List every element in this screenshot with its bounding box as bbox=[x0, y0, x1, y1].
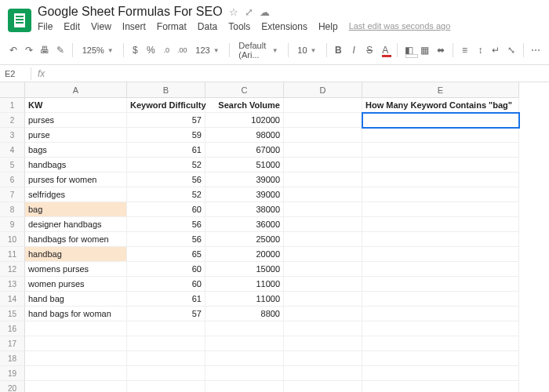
cell[interactable]: 56 bbox=[127, 232, 205, 247]
cell[interactable] bbox=[25, 321, 127, 336]
cell[interactable] bbox=[362, 202, 519, 217]
cell[interactable]: 57 bbox=[127, 307, 205, 321]
menu-data[interactable]: Data bbox=[198, 21, 217, 32]
cell[interactable] bbox=[362, 247, 519, 262]
cell[interactable]: hand bags for woman bbox=[25, 307, 127, 321]
row-header[interactable]: 7 bbox=[0, 187, 25, 202]
font-select[interactable]: Default (Ari...▼ bbox=[235, 39, 281, 61]
cell[interactable]: How Many Keyword Contains "bag" bbox=[362, 98, 519, 113]
cell[interactable] bbox=[205, 381, 284, 392]
column-header[interactable]: E bbox=[362, 82, 519, 98]
cell[interactable]: 36000 bbox=[205, 217, 284, 232]
move-icon[interactable]: ⤢ bbox=[245, 6, 253, 18]
cell[interactable]: 52 bbox=[127, 187, 205, 202]
menu-tools[interactable]: Tools bbox=[228, 21, 250, 32]
menu-edit[interactable]: Edit bbox=[64, 21, 80, 32]
cell[interactable]: 65 bbox=[127, 247, 205, 262]
cell[interactable] bbox=[362, 307, 519, 321]
cell[interactable] bbox=[284, 128, 362, 143]
cell[interactable]: selfridges bbox=[25, 187, 127, 202]
cell[interactable]: 56 bbox=[127, 172, 205, 187]
cell[interactable]: 67000 bbox=[205, 143, 284, 158]
menu-file[interactable]: File bbox=[38, 21, 53, 32]
cell[interactable] bbox=[362, 366, 519, 381]
cell[interactable] bbox=[362, 381, 519, 392]
cell[interactable]: 15000 bbox=[205, 262, 284, 277]
v-align-icon[interactable]: ↕ bbox=[475, 42, 486, 58]
sheets-logo[interactable] bbox=[8, 9, 31, 32]
cell[interactable]: purses for women bbox=[25, 172, 127, 187]
cell[interactable]: handbags for women bbox=[25, 232, 127, 247]
print-icon[interactable]: 🖶 bbox=[39, 42, 50, 58]
name-box[interactable]: E2 bbox=[0, 67, 31, 80]
rotate-icon[interactable]: ⤡ bbox=[506, 42, 517, 58]
doc-title[interactable]: Google Sheet Formulas For SEO bbox=[38, 5, 223, 19]
menu-help[interactable]: Help bbox=[318, 21, 338, 32]
column-header[interactable]: B bbox=[127, 82, 205, 98]
cell[interactable]: handbag bbox=[25, 247, 127, 262]
cell[interactable]: 51000 bbox=[205, 158, 284, 172]
cell[interactable] bbox=[284, 366, 362, 381]
cell[interactable] bbox=[25, 336, 127, 351]
row-header[interactable]: 14 bbox=[0, 292, 25, 307]
cell[interactable]: 25000 bbox=[205, 232, 284, 247]
column-header[interactable]: C bbox=[205, 82, 284, 98]
cell[interactable]: 11000 bbox=[205, 292, 284, 307]
cell[interactable] bbox=[284, 172, 362, 187]
cell[interactable]: 60 bbox=[127, 262, 205, 277]
cell[interactable]: 60 bbox=[127, 277, 205, 292]
cell[interactable] bbox=[362, 128, 519, 143]
menu-extensions[interactable]: Extensions bbox=[261, 21, 307, 32]
row-header[interactable]: 2 bbox=[0, 113, 25, 128]
cell[interactable]: bag bbox=[25, 202, 127, 217]
cell[interactable] bbox=[205, 321, 284, 336]
cell[interactable] bbox=[127, 321, 205, 336]
row-header[interactable]: 11 bbox=[0, 247, 25, 262]
cell[interactable]: 8800 bbox=[205, 307, 284, 321]
row-header[interactable]: 17 bbox=[0, 336, 25, 351]
currency-button[interactable]: $ bbox=[129, 42, 140, 58]
row-header[interactable]: 5 bbox=[0, 158, 25, 172]
cell[interactable]: 102000 bbox=[205, 113, 284, 128]
cell[interactable] bbox=[284, 381, 362, 392]
cell[interactable] bbox=[127, 366, 205, 381]
cell[interactable] bbox=[284, 217, 362, 232]
cell[interactable]: purses bbox=[25, 113, 127, 128]
cell[interactable] bbox=[362, 321, 519, 336]
row-header[interactable]: 10 bbox=[0, 232, 25, 247]
cell[interactable]: 57 bbox=[127, 113, 205, 128]
cell[interactable] bbox=[284, 277, 362, 292]
row-header[interactable]: 18 bbox=[0, 351, 25, 366]
cell[interactable]: hand bag bbox=[25, 292, 127, 307]
row-header[interactable]: 1 bbox=[0, 98, 25, 113]
cell[interactable] bbox=[284, 158, 362, 172]
cell[interactable]: designer handbags bbox=[25, 217, 127, 232]
bold-button[interactable]: B bbox=[333, 42, 344, 58]
zoom-select[interactable]: 125%▼ bbox=[79, 44, 117, 56]
increase-decimal-button[interactable]: .00 bbox=[176, 42, 187, 58]
last-edit-link[interactable]: Last edit was seconds ago bbox=[349, 21, 451, 32]
row-header[interactable]: 8 bbox=[0, 202, 25, 217]
cell[interactable]: 61 bbox=[127, 143, 205, 158]
italic-button[interactable]: I bbox=[348, 42, 359, 58]
cell[interactable]: womens purses bbox=[25, 262, 127, 277]
cell[interactable] bbox=[284, 98, 362, 113]
column-header[interactable]: D bbox=[284, 82, 362, 98]
cell[interactable] bbox=[362, 217, 519, 232]
cell[interactable] bbox=[25, 351, 127, 366]
cell[interactable]: handbags bbox=[25, 158, 127, 172]
cell[interactable]: Search Volume bbox=[205, 98, 284, 113]
cell[interactable]: 52 bbox=[127, 158, 205, 172]
cell[interactable] bbox=[284, 307, 362, 321]
row-header[interactable]: 9 bbox=[0, 217, 25, 232]
cell[interactable] bbox=[284, 143, 362, 158]
cell[interactable] bbox=[284, 187, 362, 202]
menu-format[interactable]: Format bbox=[157, 21, 187, 32]
cell[interactable]: 38000 bbox=[205, 202, 284, 217]
menu-view[interactable]: View bbox=[91, 21, 111, 32]
undo-icon[interactable]: ↶ bbox=[8, 42, 19, 58]
cell[interactable] bbox=[25, 366, 127, 381]
cell[interactable] bbox=[205, 336, 284, 351]
cell[interactable] bbox=[362, 277, 519, 292]
cell[interactable] bbox=[205, 366, 284, 381]
